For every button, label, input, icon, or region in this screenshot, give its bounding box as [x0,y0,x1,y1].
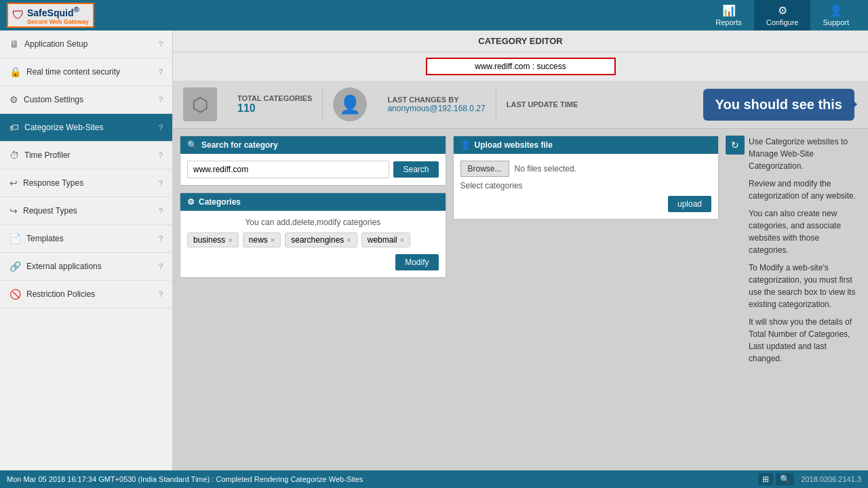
sidebar-item-time-profiler[interactable]: ⏱ Time Profiler ? [0,142,172,169]
external-apps-icon: 🔗 [9,261,21,272]
left-panels: 🔍 Search for category Search ⚙ Categ [180,136,446,278]
top-nav: 🛡 SafeSquid® Secure Web Gateway 📊 Report… [0,0,868,30]
upload-panel: 👤 Upload websites file Browse... No file… [453,136,719,220]
help-icon-6: ? [159,207,163,215]
help-icon-8: ? [159,262,163,270]
help-icon-7: ? [159,235,163,243]
url-bar-input[interactable] [426,58,616,75]
cat-tag-close-news[interactable]: × [271,236,275,244]
upload-panel-title: Upload websites file [475,140,553,150]
help-icon-5: ? [159,179,163,187]
search-category-input[interactable] [187,161,389,178]
sidebar-item-label: External applications [26,262,102,271]
search-panel-body: Search [180,154,446,185]
category-tags: business × news × searchengines × [187,232,439,247]
upload-panel-header: 👤 Upload websites file [454,136,719,154]
last-changes-label: LAST CHANGES BY [387,96,485,104]
categorize-icon: 🏷 [9,122,19,133]
logo-sub-text: Secure Web Gateway [27,18,89,25]
search-panel-title: Search for category [201,140,278,150]
categories-footer: Modify [187,254,439,270]
sidebar-item-request-types[interactable]: ↪ Request Types ? [0,197,172,225]
search-button[interactable]: Search [393,161,438,178]
search-panel: 🔍 Search for category Search [180,136,446,186]
info-text-2: Review and modify the categorization of … [749,178,861,202]
upload-filename: No files selected. [515,164,576,174]
categories-header-icon: ⚙ [187,197,195,207]
sidebar-item-label: Real time content security [26,67,120,77]
cat-tag-close-searchengines[interactable]: × [347,236,351,244]
right-info-panel: ↻ Use Categorize websites to Manage Web-… [726,136,861,370]
upload-header-icon: 👤 [460,140,471,150]
time-profiler-icon: ⏱ [9,150,19,161]
cat-tag-close-webmail[interactable]: × [400,236,404,244]
custom-settings-icon: ⚙ [9,94,18,105]
cat-tag-label: news [249,235,268,245]
status-icons: ⊞ 🔍 [758,473,794,485]
refresh-button[interactable]: ↻ [726,136,745,155]
upload-panel-body: Browse... No files selected. Select cate… [454,154,719,219]
status-icon-btn-1[interactable]: ⊞ [758,473,773,485]
cat-tag-searchengines: searchengines × [285,232,357,247]
browse-button[interactable]: Browse... [460,161,509,177]
logo-area: 🛡 SafeSquid® Secure Web Gateway [7,3,94,28]
sidebar-item-custom-settings[interactable]: ⚙ Custom Settings ? [0,86,172,114]
sidebar-item-restriction-policies[interactable]: 🚫 Restriction Policies ? [0,281,172,308]
status-text: Mon Mar 05 2018 16:17:34 GMT+0530 (India… [7,475,363,483]
sidebar-item-label: Custom Settings [24,95,83,104]
sidebar-item-external-applications[interactable]: 🔗 External applications ? [0,253,172,281]
upload-footer: upload [460,196,712,212]
upload-row: Browse... No files selected. [460,161,712,177]
configure-nav-btn[interactable]: ⚙ Configure [754,0,811,30]
stats-total-info: TOTAL CATEGORIES 110 [227,87,322,121]
cat-tag-label: business [193,235,225,245]
last-update-info: LAST UPDATE TIME [496,94,589,115]
sidebar-item-label: Time Profiler [24,150,71,160]
search-panel-header: 🔍 Search for category [180,136,446,154]
cat-tag-label: webmail [368,235,397,245]
sidebar-item-real-time-content-security[interactable]: 🔒 Real time content security ? [0,58,172,86]
info-text-1: Use Categorize websites to Manage Web-Si… [749,136,861,172]
templates-icon: 📄 [9,233,21,244]
reports-nav-btn[interactable]: 📊 Reports [703,0,754,30]
category-editor-title: CATEGORY EDITOR [478,36,562,46]
cat-tag-close-business[interactable]: × [228,236,232,244]
sidebar-item-response-types[interactable]: ↩ Response Types ? [0,169,172,197]
logo-text: SafeSquid® Secure Web Gateway [27,5,89,26]
total-categories-value: 110 [237,102,312,115]
request-types-icon: ↪ [9,205,18,216]
categories-panel: ⚙ Categories You can add,delete,modify c… [180,192,446,278]
sidebar-item-label: Application Setup [24,39,87,49]
total-categories-label: TOTAL CATEGORIES [237,94,312,102]
sidebar: 🖥 Application Setup ? 🔒 Real time conten… [0,30,173,470]
panels-row: 🔍 Search for category Search ⚙ Categ [173,129,868,470]
cat-tag-webmail: webmail × [361,232,410,247]
categories-panel-header: ⚙ Categories [180,193,446,211]
sidebar-item-categorize-web-sites[interactable]: 🏷 Categorize Web-Sites ? [0,114,172,142]
sidebar-item-label: Restriction Policies [26,289,95,299]
support-icon: 👤 [829,4,843,17]
content-area: CATEGORY EDITOR ⬡ TOTAL CATEGORIES 110 👤… [173,30,868,470]
modify-button[interactable]: Modify [395,254,438,270]
info-text-block: Use Categorize websites to Manage Web-Si… [749,136,861,370]
help-icon-4: ? [159,151,163,159]
sidebar-item-label: Request Types [23,206,77,216]
tooltip-text: You should see this [715,97,842,112]
status-icon-btn-2[interactable]: 🔍 [776,473,794,485]
sidebar-item-application-setup[interactable]: 🖥 Application Setup ? [0,30,172,58]
support-nav-btn[interactable]: 👤 Support [810,0,861,30]
response-types-icon: ↩ [9,178,18,188]
upload-button[interactable]: upload [668,196,711,212]
status-bar-right: ⊞ 🔍 2018.0206.2141.3 [758,473,861,485]
cat-tag-news: news × [243,232,281,247]
configure-label: Configure [766,18,799,26]
nav-buttons: 📊 Reports ⚙ Configure 👤 Support [703,0,861,30]
info-text-4: To Modify a web-site's categorization, y… [749,262,861,310]
last-changes-info: LAST CHANGES BY anonymous@192.168.0.27 [377,89,495,120]
category-editor-header: CATEGORY EDITOR [173,30,868,52]
categories-panel-body: You can add,delete,modify categories bus… [180,211,446,277]
sidebar-item-label: Templates [26,234,64,243]
help-icon-9: ? [159,290,163,298]
stats-icon-box: ⬡ [173,81,227,128]
sidebar-item-templates[interactable]: 📄 Templates ? [0,225,172,253]
